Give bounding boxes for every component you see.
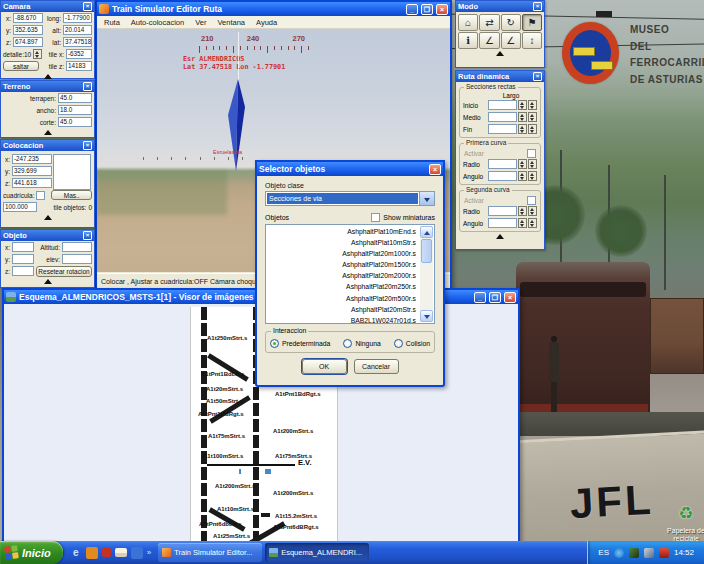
collapse-handle-icon[interactable] xyxy=(44,215,52,220)
close-icon[interactable]: × xyxy=(83,141,92,150)
object-list-item[interactable]: AshphaltPlat10mStr.s xyxy=(267,237,419,248)
scroll-down-icon[interactable] xyxy=(420,310,433,322)
object-elev-input[interactable] xyxy=(62,254,92,264)
radio-input[interactable] xyxy=(488,206,517,216)
spinner[interactable] xyxy=(518,124,527,134)
spinner[interactable] xyxy=(518,206,527,216)
close-icon[interactable]: × xyxy=(83,231,92,240)
menu-ver[interactable]: Ver xyxy=(195,18,206,27)
close-button[interactable]: × xyxy=(436,4,448,15)
object-z-input[interactable] xyxy=(12,266,34,276)
camera-alt-input[interactable]: 20.014 xyxy=(63,25,92,35)
saltar-button[interactable]: saltar xyxy=(3,61,39,71)
object-list-item[interactable]: AshphaltPlat20m1000r.s xyxy=(267,248,419,259)
object-list-item[interactable]: AshphaltPlat20m500r.s xyxy=(267,293,419,304)
cancel-button[interactable]: Cancelar xyxy=(354,359,399,374)
object-altitude-input[interactable] xyxy=(62,242,92,252)
menu-ayuda[interactable]: Ayuda xyxy=(256,18,277,27)
spinner[interactable] xyxy=(518,100,527,110)
camera-lat-input[interactable]: 37.47518 xyxy=(63,37,92,47)
fin-input[interactable] xyxy=(488,124,517,134)
minimize-button[interactable]: _ xyxy=(406,4,418,15)
activar-checkbox[interactable] xyxy=(527,149,536,158)
rotate-object-icon[interactable]: ↻ xyxy=(501,14,521,31)
spinner[interactable] xyxy=(528,112,537,122)
scroll-up-icon[interactable] xyxy=(420,226,433,238)
spinner[interactable] xyxy=(528,124,537,134)
camera-y-input[interactable]: 352.635 xyxy=(13,25,43,35)
object-list-item[interactable]: AshphaltPlat10mEnd.s xyxy=(267,226,419,237)
tray-messenger-icon[interactable] xyxy=(614,548,624,558)
collapse-handle-icon[interactable] xyxy=(44,279,52,284)
modo-titlebar[interactable]: Modo × xyxy=(456,1,544,12)
language-indicator[interactable]: ES xyxy=(598,548,609,557)
close-button[interactable]: × xyxy=(504,292,516,303)
grid-step-input[interactable]: 100.000 xyxy=(3,202,37,212)
move-object-icon[interactable]: ⇄ xyxy=(479,14,499,31)
camera-long-input[interactable]: -1.77900 xyxy=(63,13,92,23)
object-list-item[interactable]: AshphaltPlat20mStr.s xyxy=(267,304,419,315)
mail-icon[interactable] xyxy=(115,548,127,557)
close-button[interactable]: × xyxy=(429,164,441,175)
angulo-input[interactable] xyxy=(488,171,517,181)
chevron-down-icon[interactable] xyxy=(419,192,434,205)
object-list-item[interactable]: BAB2L1W0247r01d.s xyxy=(267,315,419,324)
ok-button[interactable]: OK xyxy=(302,359,347,374)
scroll-thumb[interactable] xyxy=(421,239,432,263)
dialog-titlebar[interactable]: Selector objetos × xyxy=(257,162,443,176)
object-y-input[interactable] xyxy=(12,254,34,264)
minimize-button[interactable]: _ xyxy=(474,292,486,303)
spinner[interactable] xyxy=(528,206,537,216)
ancho-input[interactable]: 18.0 xyxy=(58,105,92,115)
object-listbox[interactable]: AshphaltPlat10mEnd.sAshphaltPlat10mStr.s… xyxy=(265,224,435,324)
cuadricula-checkbox[interactable] xyxy=(36,191,45,200)
collapse-handle-icon[interactable] xyxy=(496,51,504,56)
start-button[interactable]: Inicio xyxy=(0,541,63,564)
collapse-handle-icon[interactable] xyxy=(44,130,52,135)
placement-x-input[interactable]: -247.235 xyxy=(12,154,52,164)
colocacion-titlebar[interactable]: Colocacion × xyxy=(1,140,94,151)
spinner[interactable] xyxy=(518,171,527,181)
terreno-titlebar[interactable]: Terreno × xyxy=(1,81,94,92)
tray-volume-icon[interactable] xyxy=(644,548,654,558)
object-class-combobox[interactable]: Secciones de via xyxy=(265,191,435,206)
terrapen-input[interactable]: 45.0 xyxy=(58,93,92,103)
taskbar-task-viewer[interactable]: Esquema_ALMENDRI... xyxy=(265,543,369,562)
scrollbar[interactable] xyxy=(420,226,433,322)
terrain-slope-icon[interactable]: ∠ xyxy=(479,32,499,49)
camara-titlebar[interactable]: Camara × xyxy=(1,1,94,12)
tile-z-input[interactable]: 14183 xyxy=(66,61,92,71)
spinner[interactable] xyxy=(528,100,537,110)
spinner[interactable] xyxy=(518,159,527,169)
taskbar-task-editor[interactable]: Train Simulator Editor... xyxy=(158,543,262,562)
recycle-bin-icon[interactable]: ♻ xyxy=(674,502,698,526)
app-shortcut-icon[interactable] xyxy=(131,547,143,559)
camera-z-input[interactable]: 674.897 xyxy=(13,37,43,47)
close-icon[interactable]: × xyxy=(83,82,92,91)
terrain-flatten-icon[interactable]: ∠ xyxy=(501,32,521,49)
radio-option[interactable]: Predeterminada xyxy=(270,339,330,348)
medio-input[interactable] xyxy=(488,112,517,122)
objeto-titlebar[interactable]: Objeto × xyxy=(1,230,94,241)
close-icon[interactable]: × xyxy=(533,2,542,11)
internet-explorer-icon[interactable]: e xyxy=(70,547,82,559)
close-icon[interactable]: × xyxy=(83,2,92,11)
camera-x-input[interactable]: -88.670 xyxy=(13,13,43,23)
menu-auto-colocacion[interactable]: Auto-colocacion xyxy=(131,18,184,27)
radio-ninguna-icon[interactable] xyxy=(343,339,352,348)
menu-ruta[interactable]: Ruta xyxy=(104,18,120,27)
maximize-button[interactable]: ❐ xyxy=(421,4,433,15)
tray-app-icon[interactable] xyxy=(629,548,639,558)
editor-titlebar[interactable]: Train Simulator Editor Ruta _ ❐ × xyxy=(97,2,450,16)
object-info-icon[interactable]: ℹ xyxy=(458,32,478,49)
terrain-move-icon[interactable]: ↕ xyxy=(522,32,542,49)
maximize-button[interactable]: ❐ xyxy=(489,292,501,303)
close-icon[interactable]: × xyxy=(533,72,542,81)
radio-input[interactable] xyxy=(488,159,517,169)
spinner[interactable] xyxy=(518,112,527,122)
placement-z-input[interactable]: 441.618 xyxy=(12,178,52,188)
object-list-item[interactable]: AshphaltPlat20m2000r.s xyxy=(267,270,419,281)
spinner[interactable] xyxy=(528,218,537,228)
object-list-item[interactable]: AshphaltPlat20m1500r.s xyxy=(267,259,419,270)
activar-checkbox[interactable] xyxy=(527,196,536,205)
